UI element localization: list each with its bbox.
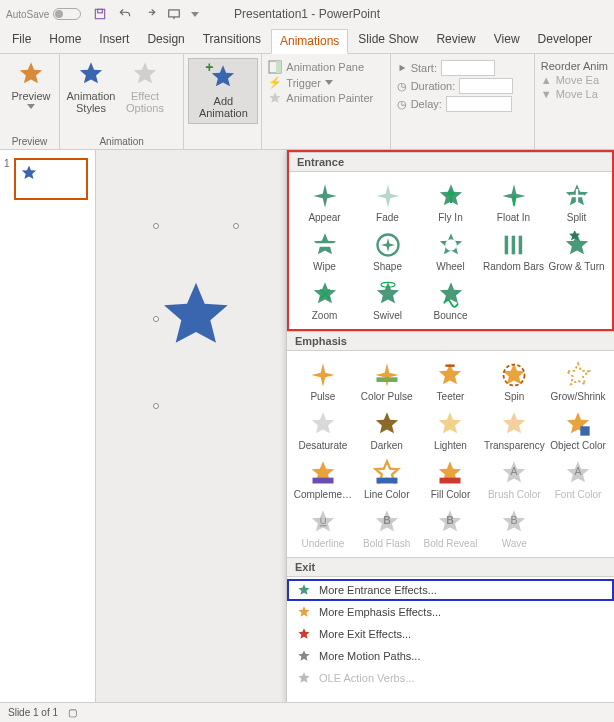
emphasis-bold-reveal: BBold Reveal xyxy=(419,504,483,553)
star-icon xyxy=(297,605,311,619)
emphasis-grow-shrink[interactable]: Grow/Shrink xyxy=(546,357,610,406)
effect-icon xyxy=(309,361,337,389)
animation-styles-button[interactable]: Animation Styles xyxy=(64,56,118,114)
tab-developer[interactable]: Developer xyxy=(530,28,601,53)
slide-thumbnail[interactable] xyxy=(14,158,88,200)
delay-input[interactable] xyxy=(446,96,512,112)
tab-file[interactable]: File xyxy=(4,28,39,53)
undo-icon[interactable] xyxy=(117,7,133,21)
effect-icon xyxy=(311,280,339,308)
svg-rect-13 xyxy=(580,426,589,435)
slide-thumbnail-panel: 1 xyxy=(0,150,96,702)
effect-icon xyxy=(311,231,339,259)
entrance-float-in[interactable]: Float In xyxy=(482,178,545,227)
svg-rect-7 xyxy=(504,236,508,255)
emphasis-darken[interactable]: Darken xyxy=(355,406,419,455)
down-arrow-icon: ▼ xyxy=(541,88,552,100)
tab-insert[interactable]: Insert xyxy=(91,28,137,53)
effect-icon: A xyxy=(564,459,592,487)
start-from-beginning-icon[interactable] xyxy=(167,7,181,21)
effect-options-button[interactable]: Effect Options xyxy=(118,56,172,114)
emphasis-desaturate[interactable]: Desaturate xyxy=(291,406,355,455)
entrance-split[interactable]: Split xyxy=(545,178,608,227)
entrance-appear[interactable]: Appear xyxy=(293,178,356,227)
tab-review[interactable]: Review xyxy=(428,28,483,53)
delay-field[interactable]: ◷Delay: xyxy=(397,96,528,112)
emphasis-fill-color[interactable]: Fill Color xyxy=(419,455,483,504)
entrance-shape[interactable]: Shape xyxy=(356,227,419,276)
tab-slide-show[interactable]: Slide Show xyxy=(350,28,426,53)
effect-icon: B xyxy=(373,508,401,536)
entrance-random-bars[interactable]: Random Bars xyxy=(482,227,545,276)
redo-icon[interactable] xyxy=(143,7,157,21)
move-later-button[interactable]: ▼Move La xyxy=(541,88,608,100)
save-icon[interactable] xyxy=(93,7,107,21)
star-icon xyxy=(131,60,159,88)
slide-editor[interactable]: Entrance AppearFadeFly InFloat InSplitWi… xyxy=(96,150,614,702)
plus-icon: + xyxy=(205,59,213,75)
more-more-emphasis-effects-[interactable]: More Emphasis Effects... xyxy=(287,601,614,623)
effect-label: Appear xyxy=(308,212,340,223)
entrance-header: Entrance xyxy=(289,152,612,172)
emphasis-pulse[interactable]: Pulse xyxy=(291,357,355,406)
entrance-wheel[interactable]: Wheel xyxy=(419,227,482,276)
effect-icon xyxy=(500,182,528,210)
more-more-motion-paths-[interactable]: More Motion Paths... xyxy=(287,645,614,667)
effect-icon: B xyxy=(436,508,464,536)
emphasis-spin[interactable]: Spin xyxy=(482,357,546,406)
emphasis-object-color[interactable]: Object Color xyxy=(546,406,610,455)
duration-field[interactable]: ◷Duration: xyxy=(397,78,528,94)
preview-button[interactable]: Preview xyxy=(4,56,58,109)
star-icon xyxy=(297,649,311,663)
svg-rect-14 xyxy=(312,478,333,484)
entrance-bounce[interactable]: Bounce xyxy=(419,276,482,325)
emphasis-teeter[interactable]: Teeter xyxy=(419,357,483,406)
emphasis-transparency[interactable]: Transparency xyxy=(482,406,546,455)
duration-input[interactable] xyxy=(459,78,513,94)
qat-dropdown-icon[interactable] xyxy=(191,12,199,17)
animation-pane-button[interactable]: Animation Pane xyxy=(268,60,383,74)
emphasis-color-pulse[interactable]: Color Pulse xyxy=(355,357,419,406)
chevron-down-icon xyxy=(27,104,35,109)
window-title: Presentation1 - PowerPoint xyxy=(234,7,380,21)
entrance-grow-turn[interactable]: Grow & Turn xyxy=(545,227,608,276)
start-field[interactable]: Start: xyxy=(397,60,528,76)
add-animation-button[interactable]: + Add Animation xyxy=(188,58,258,124)
group-preview-label: Preview xyxy=(4,134,55,149)
effect-icon xyxy=(437,182,465,210)
start-input[interactable] xyxy=(441,60,495,76)
slide-number: 1 xyxy=(4,158,10,169)
tab-animations[interactable]: Animations xyxy=(271,29,348,54)
autosave-toggle[interactable]: AutoSave xyxy=(6,8,81,20)
entrance-fly-in[interactable]: Fly In xyxy=(419,178,482,227)
entrance-zoom[interactable]: Zoom xyxy=(293,276,356,325)
more-more-exit-effects-[interactable]: More Exit Effects... xyxy=(287,623,614,645)
entrance-wipe[interactable]: Wipe xyxy=(293,227,356,276)
effect-label: Split xyxy=(567,212,586,223)
animation-painter-button[interactable]: Animation Painter xyxy=(268,91,383,105)
trigger-button[interactable]: ⚡Trigger xyxy=(268,76,383,89)
emphasis-lighten[interactable]: Lighten xyxy=(419,406,483,455)
effect-label: Compleme… xyxy=(294,489,352,500)
chevron-down-icon xyxy=(325,80,333,85)
effect-icon xyxy=(374,231,402,259)
more-more-entrance-effects-[interactable]: More Entrance Effects... xyxy=(287,579,614,601)
entrance-swivel[interactable]: Swivel xyxy=(356,276,419,325)
emphasis-compleme-[interactable]: Compleme… xyxy=(291,455,355,504)
tab-design[interactable]: Design xyxy=(139,28,192,53)
svg-rect-16 xyxy=(440,478,461,484)
notes-icon[interactable]: ▢ xyxy=(68,707,77,718)
move-earlier-button[interactable]: ▲Move Ea xyxy=(541,74,608,86)
tab-transitions[interactable]: Transitions xyxy=(195,28,269,53)
effect-icon: A xyxy=(500,459,528,487)
effect-icon xyxy=(309,410,337,438)
effect-label: Line Color xyxy=(364,489,410,500)
emphasis-line-color[interactable]: Line Color xyxy=(355,455,419,504)
star-icon xyxy=(297,627,311,641)
effect-label: Underline xyxy=(301,538,344,549)
tab-home[interactable]: Home xyxy=(41,28,89,53)
selected-shape[interactable] xyxy=(156,226,236,406)
title-bar: AutoSave Presentation1 - PowerPoint xyxy=(0,0,614,28)
entrance-fade[interactable]: Fade xyxy=(356,178,419,227)
tab-view[interactable]: View xyxy=(486,28,528,53)
